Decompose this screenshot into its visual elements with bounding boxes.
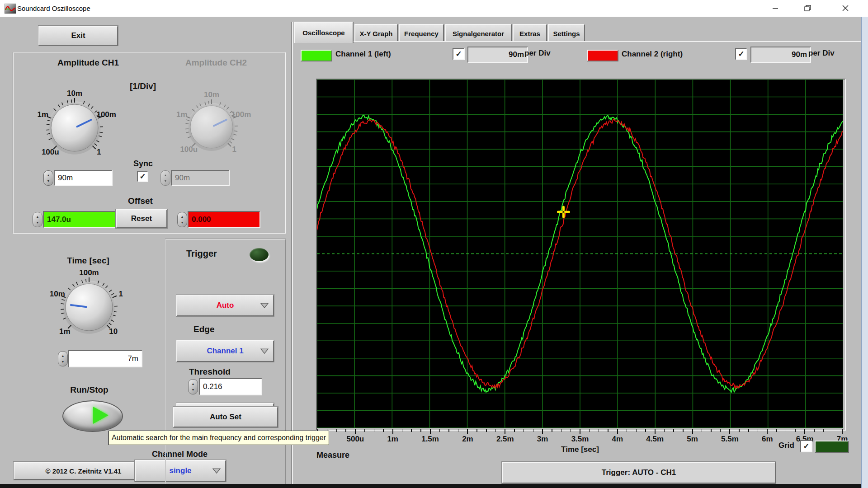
offset-ch2-value: 0.000: [192, 215, 211, 224]
axis-tick: [524, 429, 524, 432]
amplitude-ch2-value: 90m: [175, 174, 190, 183]
offset-reset-label: Reset: [131, 214, 152, 223]
axis-tick: [655, 429, 656, 434]
axis-tick: [692, 429, 693, 434]
copyright-text: © 2012 C. Zeitnitz V1.41: [46, 467, 122, 475]
axis-tick: [561, 429, 562, 432]
offset-label: Offset: [128, 196, 153, 206]
axis-tick: [842, 429, 843, 434]
axis-tick: [505, 429, 505, 434]
axis-tick: [336, 429, 337, 432]
axis-tick: [476, 429, 477, 432]
offset-ch1-spinner[interactable]: ▲▼: [33, 212, 42, 227]
minimize-button[interactable]: [760, 0, 791, 16]
sync-checkbox[interactable]: ✓: [137, 171, 148, 182]
x-tick-label: 5.5m: [721, 435, 739, 444]
channel1-perdiv-field[interactable]: 90m: [467, 47, 528, 63]
x-tick-label: 2m: [462, 435, 473, 444]
scope-display[interactable]: [317, 80, 843, 428]
play-icon: [63, 401, 120, 429]
time-value-field[interactable]: 7m: [68, 350, 142, 367]
axis-tick: [599, 429, 599, 432]
tab-signalgenerator[interactable]: Signalgenerator: [445, 24, 512, 42]
time-spinner[interactable]: ▲▼: [58, 351, 68, 366]
axis-tick: [767, 429, 768, 434]
amplitude-ch2-value-field[interactable]: 90m: [171, 170, 230, 186]
axis-tick: [758, 429, 759, 432]
grid-checkbox[interactable]: ✓: [800, 440, 812, 452]
run-stop-button[interactable]: [62, 400, 123, 432]
axis-tick: [720, 429, 721, 432]
tab-extras[interactable]: Extras: [513, 24, 547, 42]
dial-label: 10m: [50, 290, 65, 299]
axis-tick: [673, 429, 674, 432]
axis-tick: [814, 429, 815, 432]
dial-label: 1: [118, 290, 123, 299]
close-icon: [842, 5, 849, 12]
offset-ch1-field[interactable]: 147.0u: [43, 211, 116, 228]
grid-color-swatch[interactable]: [815, 441, 849, 453]
channel2-perdiv-field[interactable]: 90m: [750, 47, 811, 63]
axis-tick: [739, 429, 740, 432]
x-tick-label: 3.5m: [571, 435, 589, 444]
chevron-down-icon: [260, 303, 269, 309]
dial-label: 1m: [37, 110, 48, 119]
amplitude-ch2-spinner[interactable]: ▲▼: [160, 170, 170, 186]
axis-tick: [542, 429, 543, 434]
tab-label: Settings: [553, 30, 580, 38]
time-knob[interactable]: 1m10m100m110: [52, 270, 126, 344]
axis-tick: [804, 429, 805, 434]
threshold-value: 0.216: [203, 382, 222, 391]
axis-tick: [617, 429, 618, 434]
amplitude-ch1-value-field[interactable]: 90m: [54, 170, 113, 186]
trigger-mode-dropdown[interactable]: Auto: [176, 295, 274, 316]
tab-oscilloscope[interactable]: Oscilloscope: [294, 22, 354, 43]
channel2-enable-checkbox[interactable]: ✓: [735, 48, 747, 60]
amplitude-ch1-spinner[interactable]: ▲▼: [43, 170, 53, 186]
trigger-led: [250, 248, 269, 261]
dial-label: 100u: [42, 148, 59, 157]
app-icon: [5, 4, 16, 14]
threshold-spinner[interactable]: ▲▼: [188, 379, 198, 394]
axis-tick: [552, 429, 552, 432]
x-tick-label: 5m: [687, 435, 698, 444]
amplitude-ch2-knob[interactable]: 100u1m10m100m1: [177, 92, 246, 162]
channel1-perdiv-value: 90m: [509, 50, 524, 59]
trigger-status-text: Trigger: AUTO - CH1: [602, 468, 676, 477]
auto-set-button[interactable]: Auto Set: [173, 407, 278, 427]
restore-icon: [804, 5, 811, 12]
window-bottom-edge: [0, 484, 861, 488]
exit-button[interactable]: Exit: [38, 26, 118, 46]
axis-tick: [823, 429, 824, 432]
trigger-source-value: Channel 1: [207, 347, 243, 356]
autoset-tooltip: Automatic search for the main frequency …: [108, 431, 329, 445]
restore-button[interactable]: [792, 0, 824, 16]
threshold-field[interactable]: 0.216: [199, 378, 262, 395]
axis-tick: [345, 429, 346, 432]
tab-x-y-graph[interactable]: X-Y Graph: [354, 24, 398, 42]
channel2-perdiv-value: 90m: [792, 50, 807, 59]
close-button[interactable]: [827, 0, 863, 16]
offset-ch2-field[interactable]: 0.000: [188, 211, 260, 228]
edge-label: Edge: [193, 324, 214, 334]
trigger-title: Trigger: [186, 249, 217, 259]
tab-settings[interactable]: Settings: [548, 24, 585, 42]
soundcard-oscilloscope-window: Soundcard Oszilloscope Exit Amplitude CH…: [0, 0, 868, 488]
axis-tick: [383, 429, 384, 432]
axis-tick: [645, 429, 646, 432]
x-axis-ticks: [318, 429, 842, 435]
axis-tick: [514, 429, 515, 432]
offset-reset-button[interactable]: Reset: [116, 209, 167, 228]
scope-display-bezel: [316, 79, 846, 431]
offset-ch2-spinner[interactable]: ▲▼: [177, 212, 187, 227]
trigger-source-dropdown[interactable]: Channel 1: [176, 340, 274, 362]
dial-label: 10: [109, 327, 118, 336]
window-right-edge: [861, 17, 868, 488]
amplitude-unit-label: [1/Div]: [130, 81, 156, 91]
amplitude-ch1-knob[interactable]: 100u1m10m100m1: [38, 91, 112, 165]
channel1-enable-checkbox[interactable]: ✓: [453, 48, 465, 60]
channel2-color-swatch: [587, 50, 618, 61]
tab-frequency[interactable]: Frequency: [399, 24, 444, 42]
axis-tick: [702, 429, 703, 432]
x-tick-label: 1m: [387, 435, 398, 444]
